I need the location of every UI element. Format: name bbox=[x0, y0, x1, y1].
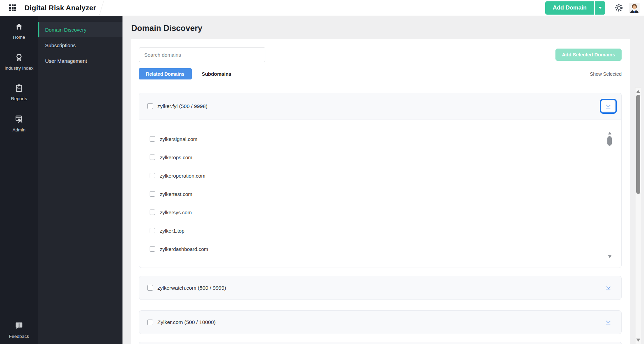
sidebar-item-feedback[interactable]: Feedback bbox=[0, 321, 38, 340]
domain-group-card: Zylker.com (500 / 10000) bbox=[139, 310, 622, 334]
group-label: zylkerwatch.com (500 / 9999) bbox=[157, 285, 226, 291]
show-selected-link[interactable]: Show Selected bbox=[590, 71, 622, 77]
add-domain-button[interactable]: Add Domain bbox=[545, 1, 594, 15]
user-avatar[interactable] bbox=[629, 3, 640, 13]
primary-sidebar: Home Industry Index Reports bbox=[0, 16, 38, 344]
tab-related-domains[interactable]: Related Domains bbox=[139, 68, 192, 79]
scroll-down-arrow[interactable] bbox=[608, 255, 611, 258]
clipboard-icon bbox=[15, 84, 23, 92]
domain-label: zylkerops.com bbox=[160, 155, 192, 160]
group-checkbox[interactable] bbox=[147, 285, 153, 291]
app-title: Digital Risk Analyzer bbox=[24, 4, 96, 12]
group-checkbox[interactable] bbox=[147, 320, 153, 325]
domain-list-item[interactable]: zylker1.top bbox=[150, 221, 601, 240]
sidebar-item-reports[interactable]: Reports bbox=[0, 84, 38, 102]
outer-scrollbar[interactable] bbox=[635, 87, 641, 344]
expand-group-button[interactable] bbox=[602, 283, 614, 293]
domain-label: zylkertest.com bbox=[160, 191, 192, 197]
apps-grid-icon[interactable] bbox=[9, 4, 16, 11]
domain-checkbox[interactable] bbox=[150, 155, 155, 160]
scrollbar-thumb[interactable] bbox=[607, 136, 612, 146]
collapse-group-button[interactable] bbox=[602, 101, 614, 111]
scrollbar-thumb[interactable] bbox=[636, 95, 640, 194]
browser-tools-icon bbox=[15, 114, 24, 124]
domain-group-card: zylker.fyi (500 / 9998) zylkersignal.com bbox=[139, 93, 622, 268]
secondary-sidebar: Domain Discovery Subscriptions User Mana… bbox=[38, 16, 122, 344]
domain-label: zylkersignal.com bbox=[160, 136, 197, 142]
domain-discovery-panel: Add Selected Domains Related Domains Sub… bbox=[131, 39, 630, 344]
domain-label: zylkersys.com bbox=[160, 210, 192, 215]
sidebar-label: Feedback bbox=[7, 333, 31, 340]
subnav-label: Domain Discovery bbox=[45, 27, 87, 33]
domain-label: zylkeroperation.com bbox=[160, 173, 205, 179]
search-input[interactable] bbox=[139, 48, 265, 62]
settings-button[interactable] bbox=[614, 3, 623, 12]
domain-checkbox[interactable] bbox=[150, 210, 155, 215]
domain-list-item[interactable]: zylkersys.com bbox=[150, 203, 601, 221]
domain-list-item[interactable]: zylkerdashboard.com bbox=[150, 240, 601, 258]
gear-icon bbox=[614, 3, 623, 12]
medal-icon bbox=[15, 53, 23, 62]
domain-group-card-partial bbox=[139, 342, 622, 344]
domain-checkbox[interactable] bbox=[150, 228, 155, 233]
domain-list-item[interactable]: zylkersignal.com bbox=[150, 130, 601, 148]
scroll-down-arrow[interactable] bbox=[636, 339, 640, 342]
add-domain-dropdown-button[interactable] bbox=[595, 1, 605, 15]
topbar: Digital Risk Analyzer Add Domain bbox=[0, 0, 644, 16]
domain-label: zylker1.top bbox=[160, 228, 185, 234]
domain-list-item[interactable]: zylkertest.com bbox=[150, 185, 601, 203]
domain-checkbox[interactable] bbox=[150, 191, 155, 197]
tab-subdomains[interactable]: Subdomains bbox=[202, 71, 231, 77]
group-checkbox[interactable] bbox=[147, 103, 153, 109]
avatar-image bbox=[629, 3, 640, 13]
scroll-up-arrow[interactable] bbox=[608, 132, 611, 134]
add-selected-domains-button[interactable]: Add Selected Domains bbox=[555, 49, 622, 61]
domain-group-body: zylkersignal.com zylkerops.com zylkerope… bbox=[139, 119, 621, 268]
sidebar-label: Home bbox=[11, 34, 27, 41]
page-title: Domain Discovery bbox=[131, 23, 202, 33]
subnav-label: Subscriptions bbox=[45, 42, 76, 48]
sidebar-item-industry-index[interactable]: Industry Index bbox=[0, 53, 38, 72]
domain-checkbox[interactable] bbox=[150, 246, 155, 252]
sidebar-item-home[interactable]: Home bbox=[0, 22, 38, 41]
subnav-label: User Management bbox=[45, 58, 87, 64]
sidebar-label: Industry Index bbox=[3, 65, 36, 72]
domain-group-header[interactable]: zylker.fyi (500 / 9998) bbox=[139, 93, 621, 119]
sidebar-item-admin[interactable]: Admin bbox=[0, 114, 38, 133]
home-icon bbox=[15, 22, 23, 31]
scroll-up-arrow[interactable] bbox=[636, 90, 640, 93]
caret-down-icon bbox=[599, 7, 602, 9]
feedback-bubble-icon bbox=[15, 321, 23, 330]
domain-list-item[interactable]: zylkerops.com bbox=[150, 148, 601, 166]
subnav-item-domain-discovery[interactable]: Domain Discovery bbox=[38, 22, 122, 37]
domain-label: zylkerdashboard.com bbox=[160, 246, 208, 252]
expand-group-button[interactable] bbox=[602, 317, 614, 327]
domain-group-header[interactable]: zylkerwatch.com (500 / 9999) bbox=[139, 276, 621, 300]
chevron-collapse-icon bbox=[605, 320, 611, 325]
group-label: zylker.fyi (500 / 9998) bbox=[157, 103, 207, 109]
domain-checkbox[interactable] bbox=[150, 136, 155, 142]
subnav-item-user-management[interactable]: User Management bbox=[38, 53, 122, 69]
chevron-collapse-icon bbox=[605, 104, 611, 109]
domain-group-header[interactable]: Zylker.com (500 / 10000) bbox=[139, 311, 621, 334]
domain-list-item[interactable]: zylkeroperation.com bbox=[150, 166, 601, 185]
subnav-item-subscriptions[interactable]: Subscriptions bbox=[38, 37, 122, 53]
main-content: Domain Discovery Add Selected Domains Re… bbox=[122, 16, 644, 344]
sidebar-label: Admin bbox=[11, 127, 27, 133]
divider bbox=[99, 1, 104, 15]
group-label: Zylker.com (500 / 10000) bbox=[157, 319, 215, 325]
chevron-collapse-icon bbox=[605, 286, 611, 290]
inner-scrollbar[interactable] bbox=[607, 132, 612, 258]
domain-group-card: zylkerwatch.com (500 / 9999) bbox=[139, 276, 622, 300]
domain-checkbox[interactable] bbox=[150, 173, 155, 178]
sidebar-label: Reports bbox=[9, 95, 29, 102]
